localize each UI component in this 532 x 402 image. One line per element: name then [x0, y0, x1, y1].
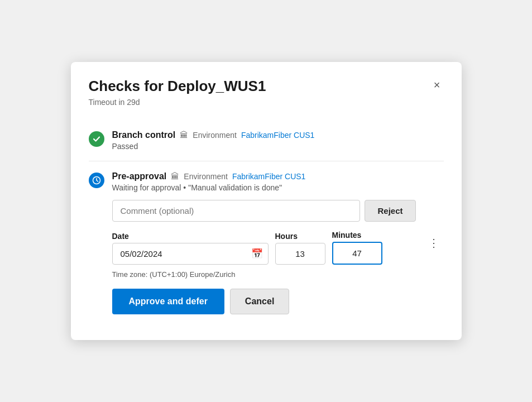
- date-time-row: Date 📅 Hours Minutes: [112, 231, 416, 265]
- modal-subtitle: Timeout in 29d: [89, 98, 266, 107]
- date-field-group: Date 📅: [112, 232, 269, 265]
- pre-approval-content: Pre-approval 🏛 Environment FabrikamFiber…: [112, 171, 416, 314]
- date-input[interactable]: [112, 243, 269, 265]
- pre-approval-status: Waiting for approval • "Manual validatio…: [112, 183, 416, 192]
- date-label: Date: [112, 232, 269, 241]
- branch-control-status: Passed: [112, 142, 444, 151]
- modal-title: Checks for Deploy_WUS1: [89, 78, 266, 95]
- branch-control-env-link[interactable]: FabrikamFiber CUS1: [241, 131, 314, 140]
- branch-control-status-icon: [89, 131, 104, 147]
- hours-label: Hours: [275, 232, 325, 241]
- cancel-button[interactable]: Cancel: [230, 289, 289, 314]
- approve-defer-button[interactable]: Approve and defer: [112, 289, 224, 314]
- pre-approval-section: Pre-approval 🏛 Environment FabrikamFiber…: [89, 161, 444, 324]
- branch-control-name: Branch control: [112, 130, 176, 140]
- action-row: Approve and defer Cancel: [112, 289, 416, 314]
- date-input-wrap: 📅: [112, 243, 269, 265]
- reject-button[interactable]: Reject: [365, 200, 415, 222]
- branch-control-content: Branch control 🏛 Environment FabrikamFib…: [112, 130, 444, 151]
- pre-approval-more-button[interactable]: ⋮: [424, 235, 444, 251]
- pre-approval-title-row: Pre-approval 🏛 Environment FabrikamFiber…: [112, 171, 416, 181]
- branch-control-env-icon: 🏛: [180, 130, 188, 140]
- modal-header: Checks for Deploy_WUS1 Timeout in 29d ×: [89, 78, 444, 117]
- approval-controls: Reject Date 📅 Hours M: [112, 200, 416, 314]
- branch-control-section: Branch control 🏛 Environment FabrikamFib…: [89, 120, 444, 161]
- minutes-field-group: Minutes: [332, 231, 382, 265]
- modal-container: Checks for Deploy_WUS1 Timeout in 29d × …: [71, 62, 462, 339]
- minutes-input[interactable]: [332, 242, 382, 265]
- hours-field-group: Hours: [275, 232, 325, 265]
- branch-control-title-row: Branch control 🏛 Environment FabrikamFib…: [112, 130, 444, 140]
- pre-approval-name: Pre-approval: [112, 171, 167, 181]
- timezone-text: Time zone: (UTC+1:00) Europe/Zurich: [112, 270, 416, 279]
- pre-approval-env-prefix: Environment: [184, 172, 228, 181]
- minutes-label: Minutes: [332, 231, 382, 240]
- hours-input[interactable]: [275, 243, 325, 265]
- pre-approval-env-link[interactable]: FabrikamFiber CUS1: [232, 172, 305, 181]
- comment-reject-row: Reject: [112, 200, 416, 222]
- comment-input[interactable]: [112, 200, 361, 222]
- pre-approval-env-icon: 🏛: [171, 171, 179, 181]
- branch-control-env-prefix: Environment: [193, 131, 237, 140]
- close-button[interactable]: ×: [430, 78, 444, 93]
- pre-approval-status-icon: [89, 173, 104, 188]
- modal-title-group: Checks for Deploy_WUS1 Timeout in 29d: [89, 78, 266, 117]
